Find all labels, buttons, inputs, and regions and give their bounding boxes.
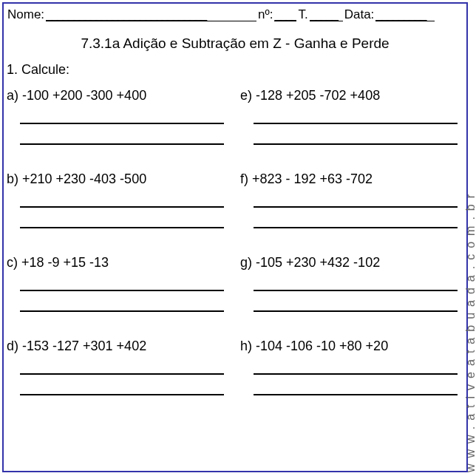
data-blank[interactable]: _________ [375, 7, 435, 21]
problem-h-text: h) -104 -106 -10 +80 +20 [240, 339, 463, 354]
header-row: Nome: _____________________________ nº: … [4, 7, 466, 22]
problem-a-text: a) -100 +200 -300 +400 [7, 88, 230, 103]
nome-label: Nome: [7, 7, 44, 22]
answer-line[interactable] [20, 290, 224, 291]
answer-line[interactable] [20, 310, 224, 312]
answer-line[interactable] [254, 290, 458, 291]
problem-e: e) -128 +205 -702 +408 [239, 88, 465, 164]
answer-line[interactable] [20, 206, 224, 208]
problem-c: c) +18 -9 +15 -13 [5, 255, 231, 331]
problem-g-text: g) -105 +230 +432 -102 [240, 255, 463, 271]
problem-d-text: d) -153 -127 +301 +402 [7, 339, 230, 354]
problem-f: f) +823 - 192 +63 -702 [239, 171, 465, 248]
problem-g: g) -105 +230 +432 -102 [239, 255, 465, 331]
problem-f-text: f) +823 - 192 +63 -702 [240, 171, 463, 187]
turma-label: T. [298, 7, 307, 22]
answer-line[interactable] [20, 123, 224, 124]
instruction-text: 1. Calcule: [4, 62, 466, 78]
problems-grid: a) -100 +200 -300 +400 e) -128 +205 -702… [4, 88, 466, 415]
answer-line[interactable] [254, 123, 458, 124]
problem-d: d) -153 -127 +301 +402 [5, 339, 231, 415]
answer-line[interactable] [254, 310, 458, 312]
watermark-url: www.ativeatabuada.com.br [464, 89, 476, 472]
problem-h: h) -104 -106 -10 +80 +20 [239, 339, 465, 415]
problem-c-text: c) +18 -9 +15 -13 [7, 255, 230, 271]
answer-line[interactable] [254, 227, 458, 228]
turma-blank[interactable]: _____ [310, 7, 343, 21]
nome-blank[interactable]: _____________________________ [46, 7, 256, 21]
answer-line[interactable] [254, 206, 458, 208]
answer-line[interactable] [20, 143, 224, 145]
answer-line[interactable] [20, 227, 224, 228]
worksheet-title: 7.3.1a Adição e Subtração em Z - Ganha e… [4, 35, 466, 52]
answer-line[interactable] [20, 394, 224, 395]
problem-e-text: e) -128 +205 -702 +408 [240, 88, 463, 103]
numero-blank[interactable]: ____ [274, 7, 296, 21]
problem-a: a) -100 +200 -300 +400 [5, 88, 231, 164]
numero-label: nº: [258, 7, 273, 22]
data-label: Data: [344, 7, 375, 22]
problem-b: b) +210 +230 -403 -500 [5, 171, 231, 248]
problem-b-text: b) +210 +230 -403 -500 [7, 171, 230, 187]
answer-line[interactable] [254, 394, 458, 395]
worksheet-frame: Nome: _____________________________ nº: … [2, 2, 468, 472]
answer-line[interactable] [20, 373, 224, 375]
answer-line[interactable] [254, 373, 458, 375]
answer-line[interactable] [254, 143, 458, 145]
